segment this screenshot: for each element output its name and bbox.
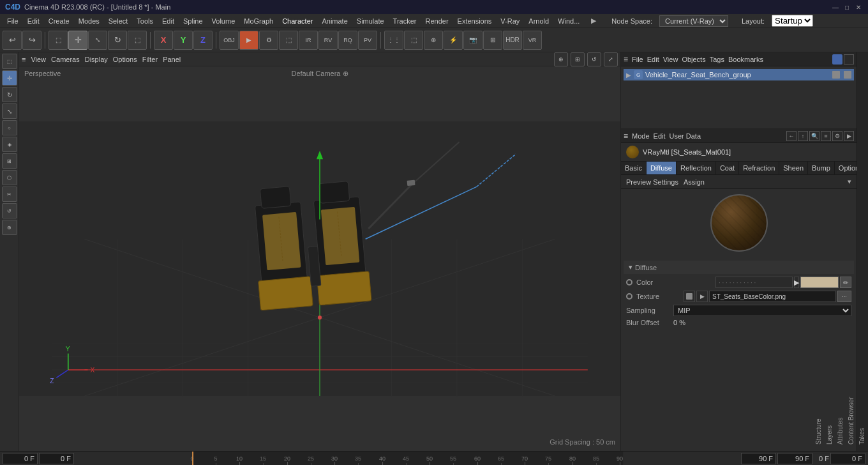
axis-z-button[interactable]: Z — [193, 31, 213, 50]
obj-bookmarks-menu[interactable]: Bookmarks — [728, 56, 763, 63]
menu-select[interactable]: Select — [104, 16, 133, 26]
frame-max-input[interactable] — [777, 453, 812, 464]
scale-tool-button[interactable]: ⤡ — [88, 31, 107, 50]
frame-value-input[interactable] — [830, 453, 865, 464]
frame-end-input[interactable] — [741, 453, 776, 464]
menu-edit[interactable]: Edit — [23, 16, 44, 26]
obj-file-menu[interactable]: File — [632, 56, 643, 63]
viewport-vr-button[interactable]: VR — [523, 31, 542, 50]
axis-button[interactable]: ⊕ — [424, 31, 443, 50]
obj-objects-menu[interactable]: Objects — [682, 56, 705, 63]
side-tab-structure[interactable]: Structure — [814, 55, 823, 448]
attr-mode-menu[interactable]: Mode — [632, 132, 650, 140]
obj-tags-menu[interactable]: Tags — [710, 56, 724, 63]
attr-menu-icon[interactable]: ≡ — [624, 132, 628, 141]
menu-file[interactable]: File — [3, 16, 23, 26]
menu-wind[interactable]: Wind... — [553, 16, 584, 26]
interactive-render-button[interactable]: IR — [299, 31, 318, 50]
frame-current-input[interactable] — [39, 453, 74, 464]
menu-character[interactable]: Character — [278, 16, 317, 26]
lt-magnet-btn[interactable]: ⊛ — [2, 220, 17, 235]
texture-arrow-icon[interactable]: ▶ — [696, 291, 708, 302]
vp-frame-btn[interactable]: ⊞ — [571, 52, 585, 66]
menu-tracker[interactable]: Tracker — [389, 16, 421, 26]
viewport[interactable]: X Y Z Perspective Default Camera ⊕ Grid … — [19, 66, 620, 451]
side-tab-attributes[interactable]: Attributes — [835, 55, 845, 448]
mat-tab-basic[interactable]: Basic — [621, 162, 647, 174]
vp-panel-menu[interactable]: Panel — [163, 56, 181, 63]
lt-scale-btn[interactable]: ⤡ — [2, 103, 17, 119]
render-queue-button[interactable]: RQ — [338, 31, 357, 50]
render-region-button[interactable]: ⬚ — [279, 31, 298, 50]
select-tool-button[interactable]: ⬚ — [49, 31, 68, 50]
attr-userdata-menu[interactable]: User Data — [670, 132, 701, 140]
menu-volume[interactable]: Volume — [207, 16, 240, 26]
menu-edit2[interactable]: Edit — [158, 16, 179, 26]
menu-tools[interactable]: Tools — [132, 16, 158, 26]
lighting-button[interactable]: ⚡ — [444, 31, 463, 50]
mat-tab-coat[interactable]: Coat — [716, 162, 739, 174]
attr-back-btn[interactable]: ← — [786, 131, 797, 141]
assign-label[interactable]: Assign — [684, 178, 705, 186]
transform-button[interactable]: ⬚ — [128, 31, 147, 50]
grid-button[interactable]: ⋮⋮ — [384, 31, 403, 50]
menu-modes[interactable]: Modes — [74, 16, 104, 26]
undo-button[interactable]: ↩ — [3, 31, 22, 50]
mat-tab-diffuse[interactable]: Diffuse — [647, 162, 677, 174]
hdri-button[interactable]: HDR — [503, 31, 522, 50]
mat-tab-refraction[interactable]: Refraction — [739, 162, 779, 174]
view-options-button[interactable]: ⊞ — [483, 31, 502, 50]
frame-start-input[interactable]: 0 F — [3, 453, 38, 464]
move-tool-button[interactable]: ✛ — [68, 31, 87, 50]
vp-display-menu[interactable]: Display — [85, 56, 108, 63]
lt-rotate-btn[interactable]: ↻ — [2, 87, 17, 102]
vp-options-menu[interactable]: Options — [113, 56, 137, 63]
close-button[interactable]: ✕ — [854, 3, 863, 11]
attr-edit-menu[interactable]: Edit — [654, 132, 666, 140]
texture-toggle-btn[interactable] — [684, 291, 695, 302]
lt-extrude-btn[interactable]: ⬡ — [2, 170, 17, 185]
window-controls[interactable]: — □ ✕ — [831, 3, 863, 11]
layout-select[interactable]: Startup — [772, 15, 813, 27]
maximize-button[interactable]: □ — [842, 3, 851, 11]
menu-arnold[interactable]: Arnold — [524, 16, 553, 26]
menu-spline[interactable]: Spline — [179, 16, 207, 26]
lt-subdiv-btn[interactable]: ⊞ — [2, 153, 17, 169]
axis-x-button[interactable]: X — [154, 31, 173, 50]
camera-button[interactable]: 📷 — [463, 31, 483, 50]
side-tab-layers[interactable]: Layers — [825, 55, 834, 448]
obj-view-menu[interactable]: View — [663, 56, 678, 63]
lt-poly-btn[interactable]: ◈ — [2, 137, 17, 152]
vp-menu-icon[interactable]: ≡ — [22, 56, 26, 63]
menu-animate[interactable]: Animate — [317, 16, 352, 26]
obj-menu-icon[interactable]: ≡ — [624, 55, 628, 64]
menu-mograph[interactable]: MoGraph — [239, 16, 278, 26]
preview-settings-label[interactable]: Preview Settings — [626, 178, 678, 186]
node-space-select[interactable]: Current (V-Ray) — [659, 15, 728, 27]
vp-nav-btn[interactable]: ⊕ — [554, 52, 568, 66]
menu-extensions[interactable]: Extensions — [453, 16, 497, 26]
rotate-tool-button[interactable]: ↻ — [108, 31, 127, 50]
render-settings-button[interactable]: ⚙ — [259, 31, 278, 50]
redo-button[interactable]: ↪ — [22, 31, 41, 50]
axis-y-button[interactable]: Y — [174, 31, 193, 50]
lt-null-btn[interactable]: ○ — [2, 120, 17, 135]
picture-viewer-button[interactable]: PV — [358, 31, 377, 50]
render-button[interactable]: ▶ — [239, 31, 258, 50]
side-tab-takes[interactable]: Takes — [857, 55, 867, 448]
attr-up-btn[interactable]: ↑ — [798, 131, 808, 141]
lt-knife-btn[interactable]: ✂ — [2, 187, 17, 202]
lt-select-btn[interactable]: ⬚ — [2, 54, 17, 69]
lt-loop-btn[interactable]: ↺ — [2, 203, 17, 218]
color-arrow-icon[interactable]: ▶ — [794, 277, 799, 288]
vp-maximize-btn[interactable]: ⤢ — [604, 52, 618, 66]
vp-cameras-menu[interactable]: Cameras — [51, 56, 80, 63]
mat-tab-sheen[interactable]: Sheen — [779, 162, 808, 174]
obj-edit-menu[interactable]: Edit — [647, 56, 659, 63]
minimize-button[interactable]: — — [831, 3, 840, 11]
render-viewport-button[interactable]: RV — [318, 31, 338, 50]
floor-button[interactable]: ⬚ — [404, 31, 423, 50]
vp-reset-btn[interactable]: ↺ — [587, 52, 601, 66]
vp-filter-menu[interactable]: Filter — [142, 56, 158, 63]
menu-simulate[interactable]: Simulate — [352, 16, 389, 26]
